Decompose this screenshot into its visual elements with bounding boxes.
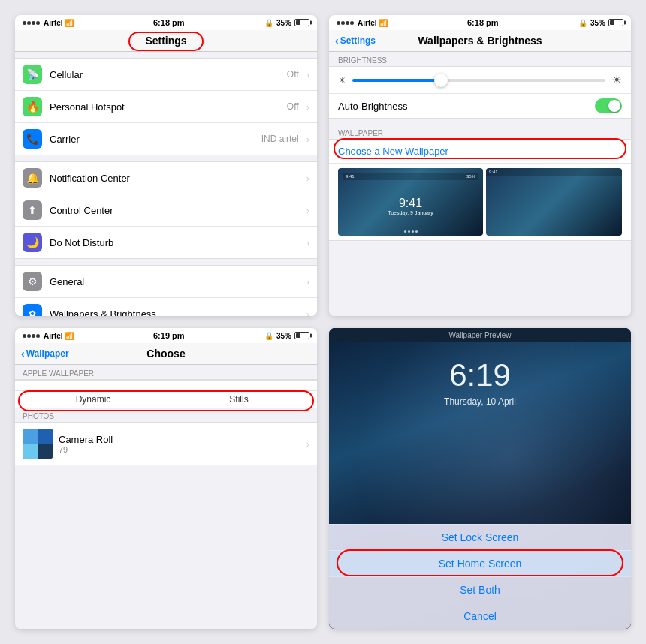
cellular-row[interactable]: 📡 Cellular Off › — [15, 59, 317, 91]
choose-back-button[interactable]: ‹ Wallpaper — [21, 348, 69, 360]
status-left-3: Airtel 📶 — [23, 332, 74, 340]
settings-group-2-inner: 🔔 Notification Center › ⬆ Control Center… — [15, 161, 317, 259]
camera-roll-thumb — [23, 429, 53, 459]
lock-icon-3: 🔒 — [264, 332, 273, 340]
lock-screen-preview[interactable]: 9:41 35% 9:41 Tuesday, 9 January — [338, 168, 483, 236]
battery-3-icon — [294, 332, 309, 339]
control-center-icon: ⬆ — [23, 200, 42, 220]
settings-group-3-inner: ⚙ General › ✿ Wallpapers & Brightness › … — [15, 265, 317, 316]
cancel-button[interactable]: Cancel — [329, 603, 631, 629]
battery-icon-2 — [608, 19, 623, 26]
camera-roll-chevron: › — [306, 438, 309, 450]
carrier-chevron: › — [306, 134, 309, 145]
dnd-chevron: › — [306, 237, 309, 248]
wallpaper-section-block: Choose a New Wallpaper 9:41 35% 9:41 Tue… — [329, 139, 631, 241]
lock-icon: 🔒 — [264, 19, 273, 27]
wallpaper-chevron: › — [306, 308, 309, 317]
wallpaper-icon: ✿ — [23, 304, 42, 316]
dnd-row[interactable]: 🌙 Do Not Disturb › — [15, 227, 317, 258]
dnd-label: Do Not Disturb — [50, 237, 299, 248]
preview-label: Wallpaper Preview — [449, 331, 512, 339]
lock-date-display: Tuesday, 9 January — [388, 210, 433, 215]
camera-roll-name: Camera Roll — [59, 434, 300, 445]
general-row[interactable]: ⚙ General › — [15, 266, 317, 298]
wallpaper-brightness-screen: Airtel 📶 6:18 pm 🔒 35% ‹ Settings Wallpa… — [329, 15, 631, 316]
camera-roll-info: Camera Roll 79 — [59, 434, 300, 454]
time-2: 6:18 pm — [467, 18, 499, 27]
settings-group-1-inner: 📡 Cellular Off › 🔥 Personal Hotspot Off … — [15, 58, 317, 155]
apple-wallpaper-section: APPLE WALLPAPER — [15, 365, 317, 379]
carrier-row-label: Carrier — [50, 134, 254, 145]
hotspot-value: Off — [287, 101, 299, 112]
cellular-icon: 📡 — [23, 65, 42, 84]
choose-nav-bar: ‹ Wallpaper Choose — [15, 343, 317, 365]
wp-clock: 6:19 — [329, 342, 631, 393]
carrier-2: Airtel — [358, 19, 377, 27]
carrier-row-value: IND airtel — [261, 134, 299, 144]
choose-back-chevron: ‹ — [21, 348, 25, 360]
toggle-thumb — [608, 100, 620, 112]
general-label: General — [50, 276, 299, 287]
carrier-3: Airtel — [44, 332, 63, 340]
lock-preview-statusbar: 9:41 35% — [343, 173, 478, 180]
camera-roll-row[interactable]: Camera Roll 79 › — [15, 422, 317, 465]
stills-label: Stills — [168, 394, 309, 405]
notification-row[interactable]: 🔔 Notification Center › — [15, 162, 317, 194]
brightness-high-icon: ☀ — [611, 73, 622, 87]
home-screen-preview[interactable]: 9:41 — [486, 168, 622, 236]
lock-icon-2: 🔒 — [578, 19, 587, 27]
set-both-button[interactable]: Set Both — [329, 576, 631, 603]
control-center-chevron: › — [306, 205, 309, 216]
general-chevron: › — [306, 276, 309, 287]
signal-dots-2 — [337, 21, 354, 25]
carrier-icon: 📞 — [23, 129, 42, 149]
battery-label: 35% — [276, 19, 291, 27]
brightness-track[interactable] — [352, 79, 605, 82]
settings-group-1: 📡 Cellular Off › 🔥 Personal Hotspot Off … — [15, 52, 317, 155]
status-bar-3: Airtel 📶 6:19 pm 🔒 35% — [15, 328, 317, 343]
set-home-screen-button[interactable]: Set Home Screen — [329, 550, 631, 576]
lock-time-display: 9:41 — [399, 197, 422, 210]
lock-preview-time-mini: 9:41 — [346, 174, 355, 179]
wb-nav-bar: ‹ Settings Wallpapers & Brightness — [329, 30, 631, 52]
auto-brightness-toggle[interactable] — [595, 98, 622, 113]
apple-wallpaper-block: Dynamic Stills — [15, 379, 317, 408]
back-button[interactable]: ‹ Settings — [335, 35, 376, 47]
wb-title: Wallpapers & Brightness — [418, 35, 542, 47]
status-right-3: 🔒 35% — [264, 332, 309, 340]
hotspot-row[interactable]: 🔥 Personal Hotspot Off › — [15, 91, 317, 123]
wp-actions: Set Lock Screen Set Home Screen Set Both… — [329, 524, 631, 629]
wp-preview-bg: Wallpaper Preview 6:19 Thursday, 10 Apri… — [329, 328, 631, 629]
wp-preview-header: Wallpaper Preview — [329, 328, 631, 342]
status-bar-1: Airtel 📶 6:18 pm 🔒 35% — [15, 15, 317, 30]
dot4 — [36, 21, 40, 25]
back-label: Settings — [340, 35, 376, 46]
wallpaper-previews: 9:41 35% 9:41 Tuesday, 9 January — [329, 164, 631, 241]
hotspot-chevron: › — [306, 101, 309, 113]
signal-dots — [23, 21, 40, 25]
control-center-label: Control Center — [50, 205, 299, 216]
status-left: Airtel 📶 — [23, 19, 74, 27]
brightness-fill — [352, 79, 441, 82]
set-lock-screen-button[interactable]: Set Lock Screen — [329, 524, 631, 550]
lock-preview-dots — [404, 230, 418, 233]
wallpaper-preview-screen: Wallpaper Preview 6:19 Thursday, 10 Apri… — [329, 328, 631, 629]
general-icon: ⚙ — [23, 272, 42, 291]
wallpaper-row[interactable]: ✿ Wallpapers & Brightness › — [15, 298, 317, 316]
lock-preview-battery-mini: 35% — [466, 174, 475, 179]
status-bar-2: Airtel 📶 6:18 pm 🔒 35% — [329, 15, 631, 30]
choose-wallpaper-screen: Airtel 📶 6:19 pm 🔒 35% ‹ Wallpaper Choos… — [15, 328, 317, 629]
battery-label-2: 35% — [590, 19, 605, 27]
brightness-row: ☀ ☀ — [329, 67, 631, 93]
dot1 — [23, 21, 26, 25]
battery-icon — [294, 19, 309, 26]
dot2 — [27, 21, 31, 25]
control-center-row[interactable]: ⬆ Control Center › — [15, 194, 317, 227]
status-left-2: Airtel 📶 — [337, 19, 388, 27]
choose-wallpaper-row[interactable]: Choose a New Wallpaper — [329, 140, 631, 164]
auto-brightness-label: Auto-Brightness — [338, 101, 595, 112]
time-3: 6:19 pm — [153, 331, 185, 340]
carrier-row[interactable]: 📞 Carrier IND airtel › — [15, 123, 317, 155]
settings-screen: Airtel 📶 6:18 pm 🔒 35% Settings 📡 Cellul… — [15, 15, 317, 316]
hotspot-icon: 🔥 — [23, 97, 42, 116]
